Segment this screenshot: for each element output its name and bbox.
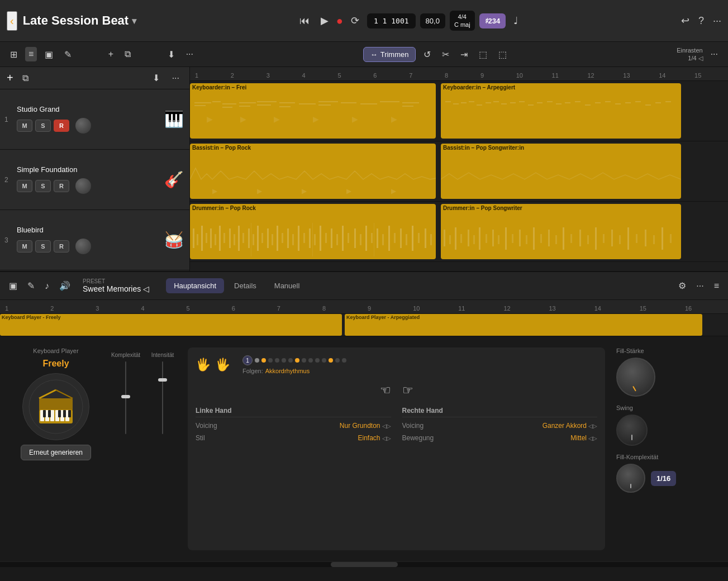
bounce-button[interactable]: ⬚ [495,47,510,62]
grid-view-button[interactable]: ⊞ [7,47,21,62]
svg-rect-60 [215,234,216,245]
bewegung-value[interactable]: Mittel ◁▷ [570,434,597,442]
dot[interactable] [322,358,326,363]
fill-starke-knob[interactable] [616,358,655,397]
mute-button[interactable]: M [17,180,32,192]
voicing-value-r[interactable]: Ganzer Akkord ◁▷ [543,422,597,430]
record-button[interactable]: ● [336,15,343,27]
region[interactable]: Bassist:in – Pop Songwriter:in [441,144,681,199]
metronome-button[interactable]: ♩ [510,12,521,29]
track-options-btn[interactable]: ⬇ [149,70,163,85]
solo-button[interactable]: S [35,180,51,192]
region[interactable]: Drummer:in – Pop Songwriter [441,204,681,259]
session-pencil-btn[interactable]: ✎ [25,278,37,293]
svg-rect-37 [547,101,553,102]
dot[interactable] [268,358,273,363]
session-note-btn[interactable]: ♪ [42,279,51,293]
volume-knob[interactable] [75,239,91,254]
fill-value-badge[interactable]: 1/16 [651,471,676,486]
svg-rect-111 [486,234,487,243]
group-tracks-btn[interactable]: ⧉ [19,71,32,85]
dot[interactable] [315,358,320,363]
loop-region-button[interactable]: ⬚ [475,47,491,62]
right-hand-icon[interactable]: 🖐 [215,358,230,372]
help-button[interactable]: ? [698,15,704,27]
back-button[interactable]: ‹ [7,11,17,31]
volume-knob[interactable] [75,118,91,134]
dot[interactable] [275,358,279,363]
title-chevron-icon[interactable]: ▾ [132,16,136,26]
session-more-btn[interactable]: ··· [694,279,706,293]
preset-name[interactable]: Sweet Memories ◁ [83,284,149,293]
nudge-button[interactable]: ⇥ [457,47,471,62]
fill-starke-group: Fill-Stärke [616,347,717,397]
regen-button[interactable]: Erneut generieren [21,445,91,460]
bottom-scrollbar[interactable] [0,561,728,567]
param-row: Voicing Nur Grundton ◁▷ [196,422,391,430]
mute-button[interactable]: M [17,240,32,253]
follow-value[interactable]: Akkordrhythmus [265,368,310,374]
session-view-btn[interactable]: ▣ [7,278,20,293]
loop-button[interactable]: ⟳ [348,12,363,29]
intensitat-slider[interactable] [162,361,163,434]
dot[interactable] [335,358,340,363]
record-enable-button[interactable]: R [54,180,69,192]
history-button[interactable]: ↩ [681,15,689,27]
dot[interactable] [295,358,299,363]
komplexitat-slider[interactable] [125,361,126,434]
session-region[interactable]: Keyboard Player - Freely [0,314,342,336]
region[interactable]: Drummer:in – Pop Rock [190,204,436,259]
dot[interactable] [261,358,266,363]
cut-button[interactable]: ✂ [439,47,453,62]
swing-knob[interactable] [616,415,648,446]
add-track-btn[interactable]: + [7,72,13,84]
volume-knob[interactable] [75,178,91,194]
region[interactable]: Bassist:in – Pop Rock ▶ ▶ ▶ ▶ ▶ [190,144,436,199]
dot[interactable] [308,358,313,363]
list-view-button[interactable]: ≡ [25,47,37,61]
session-volume-btn[interactable]: 🔊 [57,278,73,293]
tab-hauptansicht[interactable]: Hauptansicht [166,278,224,293]
duplicate-button[interactable]: ⧉ [121,47,134,61]
trim-button[interactable]: ↔ Trimmen [363,47,416,62]
tab-manuell[interactable]: Manuell [267,278,308,293]
more-options-button[interactable]: ··· [713,15,721,27]
track-more-btn[interactable]: ··· [169,71,183,85]
play-button[interactable]: ▶ [317,12,332,29]
region[interactable]: Keyboarder:in – Arpeggiert [441,83,681,139]
voicing-value[interactable]: Nur Grundton ◁▷ [340,422,391,430]
track-more-button[interactable]: ··· [183,47,197,61]
dot[interactable] [342,358,346,363]
left-hand-icon[interactable]: 🖐 [196,358,211,372]
scrollbar-thumb[interactable] [331,562,398,567]
dot[interactable] [329,358,333,363]
left-play-icon[interactable]: ☜ [380,383,391,398]
solo-button[interactable]: S [35,240,51,253]
pencil-tool-button[interactable]: ✎ [61,47,75,62]
rewind-button[interactable]: ⏮ [296,13,313,29]
session-list-btn[interactable]: ≡ [712,279,721,293]
dot[interactable] [302,358,306,363]
record-enable-button[interactable]: R [54,240,69,253]
add-track-button[interactable]: + [105,47,117,61]
solo-button[interactable]: S [35,120,51,132]
mute-button[interactable]: M [17,120,32,132]
session-region[interactable]: Keyboard Player - Arpeggiated [345,314,702,336]
right-play-icon[interactable]: ☞ [402,383,413,398]
cycle-button[interactable]: ↺ [420,47,434,62]
dot[interactable] [288,358,293,363]
track-header-download[interactable]: ⬇ [164,47,178,62]
record-enable-button[interactable]: R [54,120,69,132]
fill-komplexitat-knob[interactable] [616,464,645,493]
guitar-icon: 🎸 [163,170,185,189]
toolbar-more-button[interactable]: ··· [707,47,721,61]
toolbar-main: ↔ Trimmen ↺ ✂ ⇥ ⬚ ⬚ [200,47,673,62]
window-view-button[interactable]: ▣ [41,47,56,62]
stil-value[interactable]: Einfach ◁▷ [358,434,391,442]
tab-details[interactable]: Details [226,278,264,293]
dot[interactable] [255,358,259,363]
preset-label: PRESET [83,278,149,284]
region[interactable]: Keyboarder:in – Frei [190,83,436,139]
settings-btn[interactable]: ⚙ [676,278,688,293]
dot[interactable] [282,358,286,363]
